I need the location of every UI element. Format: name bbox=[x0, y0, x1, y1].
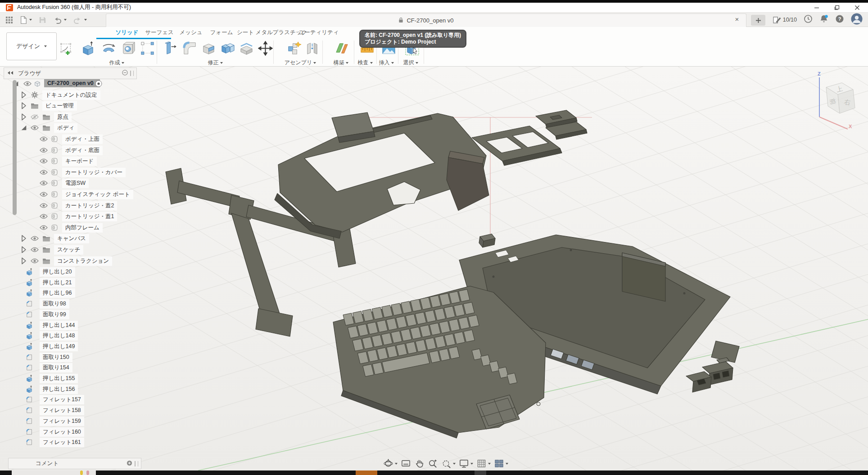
browser-node-cartridge-lid2[interactable]: カートリッジ・蓋2 bbox=[4, 201, 148, 211]
visibility-icon[interactable] bbox=[23, 80, 32, 87]
tab-3[interactable]: メッシュ bbox=[179, 29, 202, 38]
panel-grip[interactable] bbox=[133, 71, 134, 76]
visibility-icon[interactable] bbox=[40, 202, 48, 209]
feature-面取り98[interactable]: 面取り98 bbox=[4, 299, 148, 309]
new-tab-button[interactable] bbox=[751, 15, 765, 26]
visibility-icon[interactable] bbox=[40, 224, 48, 231]
close-tab-icon[interactable]: × bbox=[732, 15, 741, 23]
feature-押し出し155[interactable]: 押し出し155 bbox=[4, 374, 148, 384]
press-pull-tool[interactable] bbox=[162, 40, 179, 57]
browser-node-doc-settings[interactable]: ドキュメントの設定 bbox=[4, 90, 148, 100]
feature-フィレット158[interactable]: フィレット158 bbox=[4, 406, 148, 416]
feature-押し出し21[interactable]: 押し出し21 bbox=[4, 278, 148, 288]
feature-フィレット161[interactable]: フィレット161 bbox=[4, 438, 148, 448]
visibility-icon[interactable] bbox=[40, 179, 48, 187]
model-power-switch[interactable] bbox=[479, 234, 495, 247]
feature-面取り99[interactable]: 面取り99 bbox=[4, 310, 148, 320]
visibility-icon[interactable] bbox=[31, 124, 39, 131]
close-button[interactable] bbox=[847, 3, 867, 13]
taskbar-active-app[interactable] bbox=[356, 471, 377, 475]
feature-フィレット159[interactable]: フィレット159 bbox=[4, 417, 148, 426]
visibility-icon[interactable] bbox=[40, 169, 48, 176]
panel-grip[interactable] bbox=[135, 461, 136, 466]
tab-4[interactable]: フォーム bbox=[210, 29, 233, 38]
feature-押し出し156[interactable]: 押し出し156 bbox=[4, 385, 148, 394]
expand-arrow-icon[interactable] bbox=[20, 246, 28, 253]
visibility-off-icon[interactable] bbox=[31, 113, 39, 121]
feature-フィレット157[interactable]: フィレット157 bbox=[4, 395, 148, 405]
comments-bar[interactable]: コメント bbox=[8, 458, 141, 469]
browser-node-construction[interactable]: コンストラクション bbox=[4, 256, 148, 266]
avatar[interactable] bbox=[851, 13, 863, 27]
tab-5[interactable]: シート メタル bbox=[237, 29, 273, 38]
model-connectors[interactable] bbox=[686, 358, 733, 392]
grid-and-snaps-button[interactable] bbox=[476, 458, 491, 469]
model-top-case[interactable] bbox=[275, 112, 489, 238]
bell-icon[interactable] bbox=[819, 14, 828, 25]
feature-押し出し144[interactable]: 押し出し144 bbox=[4, 321, 148, 331]
browser-node-joystick-port[interactable]: ジョイスティック ポート bbox=[4, 190, 148, 200]
display-settings-button[interactable] bbox=[459, 458, 473, 469]
model-cartridge-lids[interactable] bbox=[536, 110, 587, 139]
feature-面取り154[interactable]: 面取り154 bbox=[4, 363, 148, 373]
panel-grip[interactable] bbox=[130, 71, 131, 76]
expand-arrow-icon[interactable] bbox=[20, 257, 28, 264]
visibility-icon[interactable] bbox=[40, 147, 48, 154]
fillet-tool[interactable] bbox=[181, 40, 198, 57]
taskbar-window-preview[interactable] bbox=[12, 471, 96, 475]
combine-tool[interactable] bbox=[219, 40, 236, 57]
job-status-button[interactable]: 10/10 bbox=[773, 16, 797, 24]
document-tab[interactable]: CF-2700_open v0 × bbox=[106, 13, 746, 27]
look-at-button[interactable] bbox=[401, 458, 411, 469]
browser-node-bodies[interactable]: ボディ bbox=[4, 123, 148, 133]
orbit-button[interactable] bbox=[383, 458, 398, 469]
feature-フィレット160[interactable]: フィレット160 bbox=[4, 427, 148, 437]
group-label[interactable]: 修正 bbox=[194, 59, 237, 67]
visibility-icon[interactable] bbox=[31, 246, 39, 253]
panel-grip[interactable] bbox=[138, 461, 139, 466]
browser-node-body-top[interactable]: ボディ・上面 bbox=[4, 134, 148, 144]
visibility-icon[interactable] bbox=[40, 135, 48, 143]
browser-node-inner-frame[interactable]: 内部フレーム bbox=[4, 223, 148, 233]
visibility-icon[interactable] bbox=[31, 257, 39, 264]
os-taskbar[interactable] bbox=[0, 471, 868, 475]
construction-plane-tool[interactable] bbox=[333, 40, 350, 57]
browser-node-power-sw[interactable]: 電源SW bbox=[4, 179, 148, 188]
maximize-button[interactable] bbox=[827, 3, 847, 13]
pan-button[interactable] bbox=[414, 458, 425, 469]
browser-node-body-bottom[interactable]: ボディ・底面 bbox=[4, 146, 148, 156]
browser-node-view-mgmt[interactable]: ビュー管理 bbox=[4, 101, 148, 111]
browser-node-cartridge-lid1[interactable]: カートリッジ・蓋1 bbox=[4, 212, 148, 222]
zoom-button[interactable] bbox=[428, 458, 438, 469]
view-cube[interactable]: Z X 上 前 右 bbox=[798, 70, 867, 130]
minimize-button[interactable] bbox=[806, 3, 827, 13]
expand-arrow-icon[interactable] bbox=[20, 102, 28, 109]
visibility-icon[interactable] bbox=[40, 191, 48, 198]
feature-押し出し148[interactable]: 押し出し148 bbox=[4, 331, 148, 341]
expand-arrow-icon[interactable] bbox=[20, 113, 28, 121]
add-comment-icon[interactable] bbox=[127, 460, 132, 467]
visibility-icon[interactable] bbox=[40, 213, 48, 220]
help-icon[interactable]: ? bbox=[835, 14, 844, 25]
browser-node-root[interactable]: CF-2700_open v0 bbox=[4, 79, 148, 89]
collapse-panel-icon[interactable] bbox=[7, 70, 14, 76]
browser-node-sketches[interactable]: スケッチ bbox=[4, 245, 148, 255]
expand-arrow-icon[interactable] bbox=[20, 124, 28, 131]
visibility-icon[interactable] bbox=[31, 235, 39, 242]
new-component-tool[interactable] bbox=[285, 40, 303, 57]
joint-tool[interactable] bbox=[303, 40, 321, 57]
taskbar-item[interactable] bbox=[475, 471, 486, 475]
browser-panel-header[interactable]: ブラウザ bbox=[4, 67, 137, 79]
offset-face-tool[interactable] bbox=[238, 40, 255, 57]
move-tool[interactable] bbox=[257, 40, 274, 57]
browser-node-cartridge-cover[interactable]: カートリッジ・カバー bbox=[4, 168, 148, 178]
tab-7[interactable]: ユーティリティ bbox=[298, 29, 339, 38]
visibility-icon[interactable] bbox=[40, 157, 48, 165]
viewports-button[interactable] bbox=[494, 458, 508, 469]
feature-押し出し20[interactable]: 押し出し20 bbox=[4, 267, 148, 277]
expand-arrow-icon[interactable] bbox=[20, 91, 28, 99]
minimize-panel-icon[interactable] bbox=[122, 70, 128, 77]
activate-component-radio[interactable] bbox=[95, 80, 103, 87]
group-label[interactable]: 選択 bbox=[389, 59, 432, 67]
browser-node-canvases[interactable]: キャンバス bbox=[4, 234, 148, 244]
